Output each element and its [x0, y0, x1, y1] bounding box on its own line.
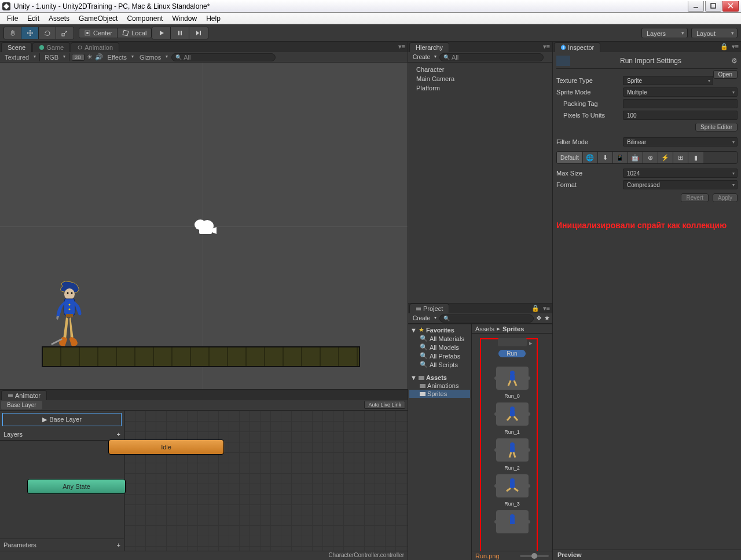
animator-graph[interactable]: Idle Any State [124, 411, 408, 551]
layout-dropdown[interactable]: Layout [691, 28, 738, 38]
filter-icon[interactable]: ❖ [536, 314, 542, 322]
hierarchy-search[interactable]: 🔍All [439, 53, 544, 61]
play-button[interactable] [152, 27, 171, 39]
sprite-thumb[interactable] [496, 367, 529, 390]
apply-button[interactable]: Apply [713, 193, 738, 202]
tab-scene[interactable]: Scene [1, 42, 32, 52]
effects-dropdown[interactable]: Effects [105, 53, 135, 61]
platform-win-icon[interactable]: ⊞ [673, 152, 688, 163]
tree-fav-item[interactable]: 🔍All Models [409, 343, 470, 352]
layers-dropdown[interactable]: Layers [641, 28, 688, 38]
shading-dropdown[interactable]: Textured [2, 53, 37, 61]
panel-menu-icon[interactable]: ▾≡ [732, 43, 739, 50]
space-toggle[interactable]: Local [118, 28, 151, 38]
lighting-icon[interactable]: ☀ [87, 53, 93, 61]
tab-animation[interactable]: Animation [71, 42, 119, 52]
rotate-tool[interactable] [39, 27, 56, 39]
sprite-editor-button[interactable]: Sprite Editor [695, 123, 738, 131]
scale-tool[interactable] [56, 27, 74, 39]
panel-menu-icon[interactable]: ▾≡ [543, 43, 550, 50]
step-button[interactable] [189, 27, 208, 39]
panel-menu-icon[interactable]: ▾≡ [398, 43, 405, 50]
hand-tool[interactable] [4, 27, 21, 39]
scene-search[interactable]: 🔍All [171, 53, 276, 61]
pivot-toggle[interactable]: Center [79, 28, 118, 38]
hierarchy-create-dropdown[interactable]: Create [410, 53, 437, 61]
platform-default[interactable]: Default [557, 152, 583, 163]
add-layer-button[interactable]: + [117, 431, 120, 438]
pixels-to-units-field[interactable]: 100 [623, 111, 738, 120]
menu-assets[interactable]: Assets [44, 13, 74, 24]
tree-favorites[interactable]: ▼★Favorites [409, 325, 470, 334]
preview-header[interactable]: Preview [553, 550, 741, 560]
revert-button[interactable]: Revert [681, 193, 708, 202]
menu-gameobject[interactable]: GameObject [74, 13, 122, 24]
pause-button[interactable] [171, 27, 189, 39]
sprite-thumb[interactable] [496, 402, 529, 426]
tab-game[interactable]: Game [32, 42, 70, 52]
packing-tag-field[interactable] [623, 99, 738, 108]
platform-sprite[interactable] [42, 346, 360, 367]
platform-ios-icon[interactable]: 📱 [613, 152, 628, 163]
add-parameter-button[interactable]: + [117, 541, 120, 548]
tree-folder[interactable]: Animations [409, 382, 470, 390]
open-button[interactable]: Open [713, 70, 738, 79]
tab-animator[interactable]: Animator [1, 390, 47, 400]
maximize-button[interactable] [705, 1, 721, 12]
audio-icon[interactable]: 🔊 [95, 53, 103, 61]
filter-mode-dropdown[interactable]: Bilinear [623, 137, 738, 147]
tree-fav-item[interactable]: 🔍All Prefabs [409, 352, 470, 360]
move-tool[interactable] [21, 27, 39, 39]
lock-icon[interactable]: 🔒 [531, 305, 540, 312]
prop-label: Filter Mode [556, 138, 623, 145]
platform-web-icon[interactable]: 🌐 [583, 152, 598, 163]
menu-file[interactable]: File [2, 13, 23, 24]
platform-flash-icon[interactable]: ⚡ [658, 152, 673, 163]
tab-project[interactable]: Project [409, 303, 449, 313]
hierarchy-item[interactable]: Main Camera [408, 74, 552, 83]
sprite-thumb[interactable] [496, 438, 529, 462]
state-anystate[interactable]: Any State [27, 479, 126, 494]
layer-button[interactable]: ▶Base Layer [2, 413, 122, 426]
project-breadcrumb[interactable]: Assets▸Sprites [472, 324, 552, 334]
menu-window[interactable]: Window [167, 13, 201, 24]
max-size-dropdown[interactable]: 1024 [623, 169, 738, 178]
close-button[interactable] [722, 1, 739, 12]
character-sprite[interactable] [51, 281, 86, 348]
texture-type-dropdown[interactable]: Sprite [623, 76, 713, 85]
platform-android-icon[interactable]: 🤖 [628, 152, 643, 163]
tree-fav-item[interactable]: 🔍All Scripts [409, 360, 470, 369]
menu-edit[interactable]: Edit [23, 13, 44, 24]
animator-breadcrumb[interactable]: Base Layer [1, 401, 42, 409]
format-dropdown[interactable]: Compressed [623, 180, 738, 189]
toggle-2d[interactable]: 2D [72, 54, 85, 61]
scene-view[interactable] [0, 63, 408, 389]
gear-icon[interactable]: ⚙ [731, 57, 738, 65]
sprite-thumb[interactable] [496, 510, 529, 533]
tree-folder[interactable]: Sprites [409, 390, 470, 398]
menu-help[interactable]: Help [201, 13, 225, 24]
project-create-dropdown[interactable]: Create [410, 314, 437, 322]
tab-inspector[interactable]: iInspector [554, 42, 600, 52]
project-search[interactable]: 🔍 [439, 314, 534, 323]
hierarchy-item[interactable]: Character [408, 65, 552, 74]
state-idle[interactable]: Idle [108, 440, 224, 455]
auto-live-link-toggle[interactable]: Auto Live Link [364, 401, 405, 409]
tab-hierarchy[interactable]: Hierarchy [409, 42, 449, 52]
hierarchy-item[interactable]: Platform [408, 83, 552, 93]
sprite-mode-dropdown[interactable]: Multiple [623, 87, 738, 97]
platform-wp-icon[interactable]: ▮ [688, 152, 703, 163]
platform-bb-icon[interactable]: ⊛ [643, 152, 658, 163]
gizmos-dropdown[interactable]: Gizmos [137, 53, 169, 61]
tree-assets[interactable]: ▼Assets [409, 374, 470, 382]
menu-component[interactable]: Component [122, 13, 167, 24]
platform-standalone-icon[interactable]: ⬇ [598, 152, 613, 163]
thumbnail-size-slider[interactable] [520, 555, 549, 557]
rendermode-dropdown[interactable]: RGB [42, 53, 67, 61]
filter-icon[interactable]: ★ [544, 314, 550, 322]
tree-fav-item[interactable]: 🔍All Materials [409, 334, 470, 343]
lock-icon[interactable]: 🔒 [720, 43, 728, 50]
minimize-button[interactable] [688, 1, 704, 12]
sprite-thumb[interactable] [496, 474, 529, 497]
panel-menu-icon[interactable]: ▾≡ [543, 305, 550, 312]
